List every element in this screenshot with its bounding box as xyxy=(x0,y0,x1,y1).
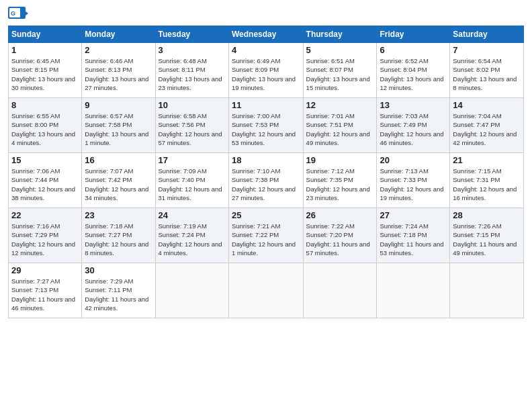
daylight-text: Daylight: 12 hours and 46 minutes. xyxy=(380,130,443,146)
day-number: 9 xyxy=(85,100,152,110)
calendar-week-row: 29 Sunrise: 7:27 AM Sunset: 7:13 PM Dayl… xyxy=(9,263,524,318)
table-row: 5 Sunrise: 6:51 AM Sunset: 8:07 PM Dayli… xyxy=(303,43,377,98)
sunrise-text: Sunrise: 7:13 AM xyxy=(380,167,428,175)
sunset-text: Sunset: 8:15 PM xyxy=(11,66,58,73)
day-info: Sunrise: 7:26 AM Sunset: 7:15 PM Dayligh… xyxy=(453,222,521,257)
sunrise-text: Sunrise: 7:18 AM xyxy=(85,222,133,230)
table-row: 30 Sunrise: 7:29 AM Sunset: 7:11 PM Dayl… xyxy=(82,263,155,318)
sunset-text: Sunset: 7:58 PM xyxy=(85,121,132,128)
sunrise-text: Sunrise: 7:27 AM xyxy=(11,277,60,285)
day-number: 11 xyxy=(232,100,300,110)
day-info: Sunrise: 7:24 AM Sunset: 7:18 PM Dayligh… xyxy=(380,222,447,257)
sunrise-text: Sunrise: 7:16 AM xyxy=(11,222,60,230)
table-row: 2 Sunrise: 6:46 AM Sunset: 8:13 PM Dayli… xyxy=(82,43,155,98)
sunset-text: Sunset: 7:33 PM xyxy=(380,176,427,183)
day-number: 19 xyxy=(306,155,374,165)
daylight-text: Daylight: 12 hours and 57 minutes. xyxy=(159,130,222,146)
calendar-week-row: 15 Sunrise: 7:06 AM Sunset: 7:44 PM Dayl… xyxy=(9,153,524,208)
daylight-text: Daylight: 12 hours and 53 minutes. xyxy=(232,130,296,146)
sunset-text: Sunset: 7:18 PM xyxy=(380,231,427,238)
sunrise-text: Sunrise: 7:03 AM xyxy=(380,112,428,120)
daylight-text: Daylight: 11 hours and 46 minutes. xyxy=(11,295,75,312)
daylight-text: Daylight: 11 hours and 42 minutes. xyxy=(85,295,148,312)
table-row: 19 Sunrise: 7:12 AM Sunset: 7:35 PM Dayl… xyxy=(303,153,377,208)
col-saturday: Saturday xyxy=(450,26,524,43)
col-wednesday: Wednesday xyxy=(228,26,303,43)
day-number: 15 xyxy=(11,155,79,165)
day-info: Sunrise: 7:18 AM Sunset: 7:27 PM Dayligh… xyxy=(85,222,152,257)
day-number: 13 xyxy=(380,100,447,110)
sunset-text: Sunset: 7:29 PM xyxy=(11,231,58,238)
day-number: 17 xyxy=(159,155,226,165)
sunrise-text: Sunrise: 6:46 AM xyxy=(85,57,133,64)
day-number: 4 xyxy=(232,45,300,55)
day-number: 21 xyxy=(453,155,521,165)
day-number: 29 xyxy=(11,265,79,275)
sunrise-text: Sunrise: 7:00 AM xyxy=(232,112,280,120)
table-row: 21 Sunrise: 7:15 AM Sunset: 7:31 PM Dayl… xyxy=(450,153,524,208)
sunrise-text: Sunrise: 7:04 AM xyxy=(453,112,501,120)
day-number: 1 xyxy=(11,45,79,55)
table-row: 10 Sunrise: 6:58 AM Sunset: 7:56 PM Dayl… xyxy=(155,98,228,153)
daylight-text: Daylight: 12 hours and 19 minutes. xyxy=(380,185,443,201)
daylight-text: Daylight: 13 hours and 19 minutes. xyxy=(232,75,296,91)
day-info: Sunrise: 7:07 AM Sunset: 7:42 PM Dayligh… xyxy=(85,167,152,202)
table-row: 17 Sunrise: 7:09 AM Sunset: 7:40 PM Dayl… xyxy=(155,153,228,208)
day-number: 20 xyxy=(380,155,447,165)
day-info: Sunrise: 7:29 AM Sunset: 7:11 PM Dayligh… xyxy=(85,277,152,312)
day-info: Sunrise: 6:46 AM Sunset: 8:13 PM Dayligh… xyxy=(85,56,152,92)
day-info: Sunrise: 7:00 AM Sunset: 7:53 PM Dayligh… xyxy=(232,111,300,147)
table-row: 29 Sunrise: 7:27 AM Sunset: 7:13 PM Dayl… xyxy=(9,263,82,318)
table-row: 16 Sunrise: 7:07 AM Sunset: 7:42 PM Dayl… xyxy=(82,153,155,208)
table-row: 24 Sunrise: 7:19 AM Sunset: 7:24 PM Dayl… xyxy=(155,208,228,263)
logo: G xyxy=(8,7,31,21)
sunset-text: Sunset: 7:22 PM xyxy=(232,231,279,238)
daylight-text: Daylight: 12 hours and 16 minutes. xyxy=(453,185,517,201)
day-number: 3 xyxy=(159,45,226,55)
day-info: Sunrise: 6:52 AM Sunset: 8:04 PM Dayligh… xyxy=(380,56,447,92)
table-row: 11 Sunrise: 7:00 AM Sunset: 7:53 PM Dayl… xyxy=(228,98,303,153)
table-row: 8 Sunrise: 6:55 AM Sunset: 8:00 PM Dayli… xyxy=(9,98,82,153)
sunrise-text: Sunrise: 6:51 AM xyxy=(306,57,355,64)
sunrise-text: Sunrise: 7:21 AM xyxy=(232,222,280,230)
sunset-text: Sunset: 7:20 PM xyxy=(306,231,353,238)
day-number: 8 xyxy=(11,100,79,110)
sunrise-text: Sunrise: 6:52 AM xyxy=(380,57,428,64)
daylight-text: Daylight: 12 hours and 38 minutes. xyxy=(11,185,75,201)
sunset-text: Sunset: 7:13 PM xyxy=(11,286,58,293)
calendar-week-row: 8 Sunrise: 6:55 AM Sunset: 8:00 PM Dayli… xyxy=(9,98,524,153)
table-row xyxy=(155,263,228,318)
day-info: Sunrise: 7:27 AM Sunset: 7:13 PM Dayligh… xyxy=(11,277,79,312)
day-number: 7 xyxy=(453,45,521,55)
daylight-text: Daylight: 13 hours and 27 minutes. xyxy=(85,75,148,91)
sunrise-text: Sunrise: 7:12 AM xyxy=(306,167,355,175)
daylight-text: Daylight: 11 hours and 57 minutes. xyxy=(306,240,370,257)
logo-icon: G xyxy=(8,7,28,21)
daylight-text: Daylight: 13 hours and 30 minutes. xyxy=(11,75,75,91)
sunrise-text: Sunrise: 7:29 AM xyxy=(85,277,133,285)
table-row: 23 Sunrise: 7:18 AM Sunset: 7:27 PM Dayl… xyxy=(82,208,155,263)
day-info: Sunrise: 6:55 AM Sunset: 8:00 PM Dayligh… xyxy=(11,111,79,147)
sunset-text: Sunset: 7:31 PM xyxy=(453,176,500,183)
sunrise-text: Sunrise: 6:54 AM xyxy=(453,57,501,64)
sunset-text: Sunset: 8:07 PM xyxy=(306,66,353,73)
sunset-text: Sunset: 8:04 PM xyxy=(380,66,427,73)
sunset-text: Sunset: 8:02 PM xyxy=(453,66,500,73)
daylight-text: Daylight: 12 hours and 1 minute. xyxy=(232,240,296,257)
sunset-text: Sunset: 7:35 PM xyxy=(306,176,353,183)
day-number: 14 xyxy=(453,100,521,110)
sunrise-text: Sunrise: 6:57 AM xyxy=(85,112,133,120)
day-info: Sunrise: 6:57 AM Sunset: 7:58 PM Dayligh… xyxy=(85,111,152,147)
table-row: 13 Sunrise: 7:03 AM Sunset: 7:49 PM Dayl… xyxy=(377,98,450,153)
sunset-text: Sunset: 8:09 PM xyxy=(232,66,279,73)
sunset-text: Sunset: 7:44 PM xyxy=(11,176,58,183)
sunset-text: Sunset: 7:49 PM xyxy=(380,121,427,128)
day-info: Sunrise: 6:48 AM Sunset: 8:11 PM Dayligh… xyxy=(159,56,226,92)
day-number: 27 xyxy=(380,210,447,220)
sunrise-text: Sunrise: 7:06 AM xyxy=(11,167,60,175)
day-number: 2 xyxy=(85,45,152,55)
day-number: 6 xyxy=(380,45,447,55)
table-row: 4 Sunrise: 6:49 AM Sunset: 8:09 PM Dayli… xyxy=(228,43,303,98)
day-info: Sunrise: 7:22 AM Sunset: 7:20 PM Dayligh… xyxy=(306,222,374,257)
daylight-text: Daylight: 12 hours and 31 minutes. xyxy=(159,185,222,201)
